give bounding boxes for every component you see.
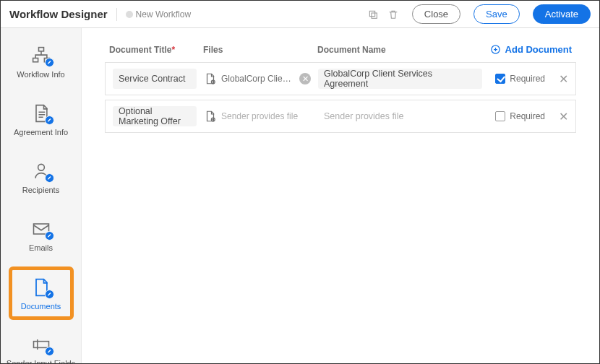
document-title-field[interactable]: Optional Marketing Offer: [113, 106, 197, 126]
status-dot-icon: [126, 11, 133, 18]
app-title: Workflow Designer: [9, 8, 108, 20]
svg-rect-0: [369, 11, 374, 16]
sidebar-item-label: Emails: [29, 243, 53, 252]
sidebar-item-documents[interactable]: Documents: [15, 277, 67, 311]
plus-circle-icon: [490, 44, 501, 55]
sidebar-item-agreement-info[interactable]: Agreement Info: [1, 99, 81, 141]
remove-row-icon[interactable]: ✕: [558, 110, 568, 124]
svg-point-5: [38, 164, 44, 170]
trash-icon[interactable]: [387, 9, 399, 20]
required-label: Required: [510, 111, 545, 121]
divider: [116, 8, 117, 21]
column-header-title: Document Title*: [109, 45, 203, 55]
workflow-name-text: New Workflow: [136, 9, 191, 20]
remove-row-icon[interactable]: ✕: [558, 72, 568, 86]
required-checkbox[interactable]: [495, 111, 505, 121]
sidebar-item-label: Sender Input Fields: [7, 359, 75, 364]
required-toggle[interactable]: Required: [495, 74, 545, 84]
sidebar: Workflow Info Agreement Info Recipients: [1, 28, 82, 363]
edit-badge-icon: [45, 116, 54, 125]
files-cell[interactable]: Sender provides file: [204, 110, 311, 123]
save-button[interactable]: Save: [473, 4, 520, 24]
sidebar-item-sender-input-fields[interactable]: Sender Input Fields: [1, 330, 81, 364]
add-document-label: Add Document: [505, 44, 572, 55]
sidebar-item-label: Recipients: [22, 186, 59, 194]
edit-badge-icon: [45, 58, 54, 67]
active-highlight: Documents: [9, 266, 74, 320]
document-name-field[interactable]: GlobalCorp Client Services Agreement: [318, 69, 482, 89]
document-name-cell[interactable]: Sender provides file: [318, 106, 482, 126]
edit-badge-icon: [45, 290, 54, 299]
sidebar-item-label: Documents: [21, 302, 61, 311]
workflow-name: New Workflow: [126, 9, 191, 20]
document-row: Service ContractGlobalCorp Client Servic…: [105, 62, 576, 95]
sidebar-item-workflow-info[interactable]: Workflow Info: [1, 41, 81, 83]
required-checkbox[interactable]: [495, 74, 505, 84]
sidebar-item-label: Workflow Info: [17, 70, 64, 79]
document-title-field[interactable]: Service Contract: [113, 69, 197, 89]
edit-badge-icon: [45, 347, 54, 356]
edit-badge-icon: [45, 173, 54, 183]
main-panel: Document Title* Files Document Name Add …: [82, 28, 599, 363]
duplicate-icon[interactable]: [367, 9, 379, 20]
column-header-files: Files: [203, 45, 317, 55]
header-bar: Workflow Designer New Workflow Close Sav…: [1, 1, 599, 28]
document-name-cell[interactable]: GlobalCorp Client Services Agreement: [318, 69, 482, 89]
document-name-field[interactable]: Sender provides file: [318, 106, 409, 126]
required-toggle[interactable]: Required: [495, 111, 545, 121]
clear-file-icon[interactable]: ✕: [299, 73, 311, 84]
close-button[interactable]: Close: [412, 4, 460, 24]
column-header-name: Document Name: [317, 45, 490, 55]
svg-rect-1: [372, 13, 377, 18]
svg-rect-3: [33, 58, 38, 62]
sidebar-item-label: Agreement Info: [14, 128, 68, 136]
table-header: Document Title* Files Document Name Add …: [105, 44, 576, 62]
required-label: Required: [510, 74, 545, 84]
file-add-icon: [204, 72, 217, 85]
edit-badge-icon: [45, 231, 54, 240]
add-document-button[interactable]: Add Document: [490, 44, 572, 55]
files-text: Sender provides file: [221, 111, 311, 121]
sidebar-item-recipients[interactable]: Recipients: [1, 157, 81, 199]
svg-rect-7: [33, 342, 48, 348]
activate-button[interactable]: Activate: [533, 4, 591, 24]
document-row: Optional Marketing OfferSender provides …: [105, 100, 576, 133]
file-add-icon: [204, 110, 217, 123]
files-cell[interactable]: GlobalCorp Client Servic...✕: [204, 72, 311, 85]
sidebar-item-emails[interactable]: Emails: [1, 214, 81, 256]
files-text: GlobalCorp Client Servic...: [221, 74, 295, 84]
svg-rect-2: [38, 48, 43, 51]
